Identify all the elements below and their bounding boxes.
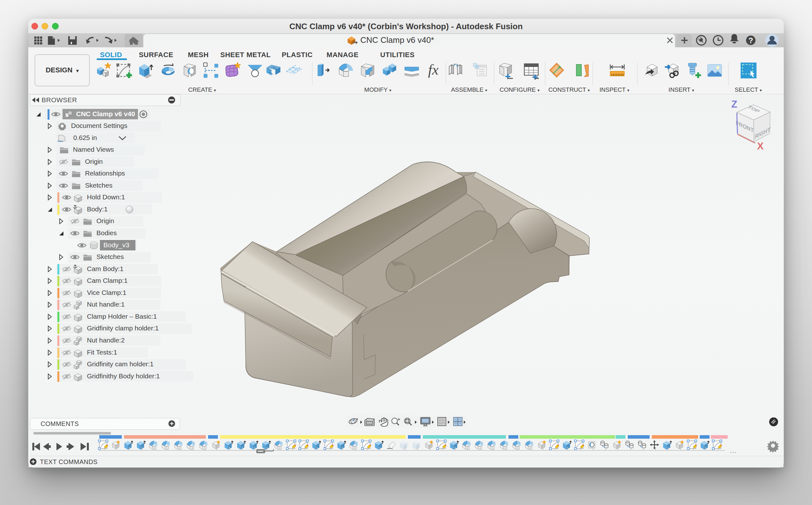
svg-text:⋯: ⋯ bbox=[730, 448, 737, 456]
